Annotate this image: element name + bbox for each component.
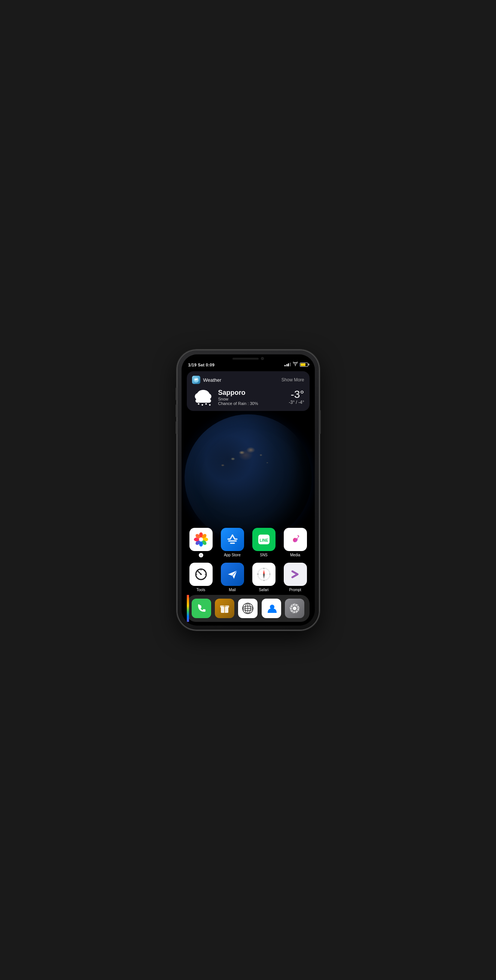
city-name: Sapporo — [218, 389, 258, 397]
dock — [187, 595, 310, 622]
svg-point-1 — [196, 379, 198, 380]
earth-globe — [185, 414, 312, 542]
svg-rect-6 — [195, 399, 211, 403]
svg-point-38 — [263, 574, 265, 575]
settings-icon — [285, 599, 304, 618]
dock-item-box[interactable] — [215, 599, 235, 618]
weather-temp-right: -3° -3° / -4° — [289, 389, 304, 405]
app-item-prompt[interactable]: Prompt — [281, 563, 310, 592]
sns-label: SNS — [260, 553, 268, 557]
phone-frame: 1/19 Sat 0:09 — [177, 350, 319, 630]
svg-point-9 — [205, 403, 207, 404]
signal-bars — [285, 363, 291, 366]
weather-rain-chance: Chance of Rain : 30% — [218, 401, 258, 406]
weather-header: Weather Show More — [192, 376, 304, 384]
app-item-tools[interactable]: Tools — [187, 563, 215, 592]
svg-text:N: N — [263, 568, 264, 570]
contacts-icon — [261, 599, 281, 618]
prompt-label: Prompt — [289, 588, 301, 592]
weather-title-row: Weather — [192, 376, 222, 384]
media-svg — [288, 533, 302, 546]
media-label: Media — [290, 553, 300, 557]
photos-flower-svg — [193, 531, 209, 547]
svg-line-26 — [198, 571, 201, 574]
svg-point-2 — [194, 379, 196, 380]
app-item-media[interactable]: Media — [281, 528, 310, 558]
mail-icon — [221, 563, 244, 586]
svg-point-20 — [199, 538, 203, 541]
app-item-safari[interactable]: N E S W Safari — [250, 563, 278, 592]
phone-svg — [196, 603, 207, 614]
sns-icon: LINE — [252, 528, 276, 551]
photos-icon — [189, 528, 212, 551]
temperature-range: -3° / -4° — [289, 400, 304, 405]
dock-item-settings[interactable] — [285, 599, 304, 618]
phone-screen: 1/19 Sat 0:09 — [182, 355, 315, 625]
weather-condition: Snow — [218, 397, 258, 401]
svg-point-53 — [293, 606, 296, 610]
svg-rect-46 — [223, 605, 226, 607]
weather-app-name: Weather — [203, 377, 222, 383]
signal-bar-4 — [290, 363, 291, 366]
globe-svg — [241, 601, 255, 615]
cloud-snow-icon — [192, 388, 214, 406]
dock-item-globe[interactable] — [238, 599, 258, 618]
front-camera — [261, 357, 264, 360]
battery-icon: ⚡ — [300, 363, 308, 367]
mail-label: Mail — [229, 588, 236, 592]
tools-svg — [193, 567, 209, 582]
temperature-main: -3° — [289, 389, 304, 400]
svg-point-10 — [209, 404, 211, 406]
prompt-icon — [284, 563, 307, 586]
prompt-svg — [288, 568, 302, 581]
wifi-icon — [293, 362, 298, 367]
signal-bar-3 — [288, 363, 289, 366]
status-icons: ⚡ — [285, 362, 308, 367]
contacts-svg — [265, 601, 278, 615]
app-item-photos[interactable] — [187, 528, 215, 558]
line-svg: LINE — [256, 531, 272, 547]
weather-body: Sapporo Snow Chance of Rain : 30% -3° -3… — [192, 388, 304, 406]
box-svg — [219, 602, 231, 614]
svg-point-8 — [201, 404, 203, 406]
globe-icon — [238, 599, 258, 618]
appstore-icon — [221, 528, 244, 551]
phone-icon — [192, 599, 211, 618]
svg-text:E: E — [269, 573, 270, 575]
appstore-svg — [226, 533, 239, 546]
safari-icon: N E S W — [252, 563, 276, 586]
notch-bar — [233, 358, 259, 360]
signal-bar-2 — [286, 364, 287, 366]
weather-widget[interactable]: Weather Show More — [187, 371, 310, 411]
tools-icon — [189, 563, 212, 586]
safari-svg: N E S W — [256, 566, 272, 582]
dock-item-phone[interactable] — [192, 599, 211, 618]
settings-svg — [288, 602, 301, 614]
bolt-icon: ⚡ — [302, 363, 306, 366]
dock-item-contacts[interactable] — [261, 599, 281, 618]
appstore-label: App Store — [224, 553, 240, 557]
weather-show-more[interactable]: Show More — [282, 377, 304, 382]
weather-left: Sapporo Snow Chance of Rain : 30% — [192, 388, 258, 406]
app-item-sns[interactable]: LINE SNS — [250, 528, 278, 558]
svg-text:S: S — [263, 579, 264, 581]
earth-glow — [185, 414, 312, 542]
notch — [224, 355, 273, 363]
app-item-appstore[interactable]: App Store — [218, 528, 247, 558]
svg-text:LINE: LINE — [260, 538, 268, 542]
svg-point-21 — [201, 554, 201, 555]
tools-label: Tools — [196, 588, 205, 592]
svg-text:W: W — [257, 573, 259, 575]
signal-bar-1 — [285, 365, 285, 366]
weather-app-icon — [192, 376, 200, 384]
media-icon — [284, 528, 307, 551]
safari-label: Safari — [259, 588, 268, 592]
mail-svg — [226, 568, 239, 581]
svg-point-7 — [198, 403, 199, 404]
weather-info: Sapporo Snow Chance of Rain : 30% — [218, 389, 258, 406]
photos-label — [199, 553, 203, 558]
status-time: 1/19 Sat 0:09 — [188, 363, 215, 367]
box-icon — [215, 599, 235, 618]
app-item-mail[interactable]: Mail — [218, 563, 247, 592]
svg-point-5 — [203, 393, 211, 400]
